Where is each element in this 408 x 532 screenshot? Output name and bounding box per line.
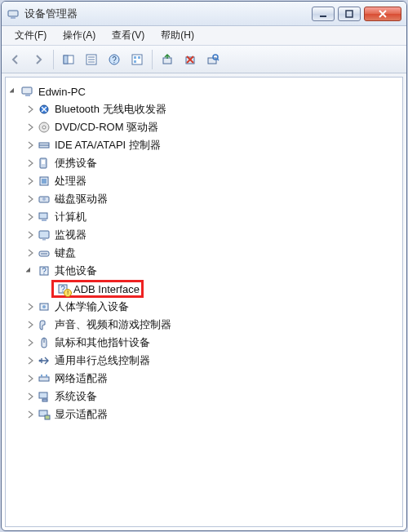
minimize-button[interactable]: [312, 7, 335, 21]
tree-category[interactable]: DVD/CD-ROM 驱动器: [25, 118, 399, 136]
expand-icon[interactable]: [25, 338, 35, 348]
options-button[interactable]: [126, 49, 148, 70]
menu-view[interactable]: 查看(V): [104, 26, 153, 45]
category-icon: [37, 103, 51, 116]
tree-item-label: ADB Interface: [73, 283, 140, 295]
category-icon: [37, 318, 51, 331]
tree-category[interactable]: 键盘: [25, 244, 399, 262]
tree-item-label: 通用串行总线控制器: [55, 353, 150, 368]
nav-back-button[interactable]: [5, 49, 26, 70]
expand-icon[interactable]: [25, 356, 35, 366]
svg-rect-22: [25, 95, 30, 96]
tree-item-label: 其他设备: [55, 264, 97, 278]
titlebar[interactable]: 设备管理器: [2, 2, 406, 26]
tree-category[interactable]: 声音、视频和游戏控制器: [25, 316, 399, 334]
uninstall-button[interactable]: [180, 49, 201, 70]
collapse-icon[interactable]: [9, 86, 19, 96]
svg-rect-2: [320, 16, 326, 17]
expand-icon[interactable]: [25, 176, 35, 186]
tree-category[interactable]: 网络适配器: [25, 370, 399, 388]
menu-action[interactable]: 操作(A): [55, 26, 104, 45]
svg-rect-34: [39, 213, 47, 219]
expand-icon[interactable]: [25, 104, 35, 114]
tree-category[interactable]: ? 其他设备: [25, 262, 399, 280]
tree-item-label: 网络适配器: [55, 371, 108, 386]
expand-icon[interactable]: [25, 248, 35, 258]
help-button[interactable]: ?: [104, 49, 125, 70]
tree-item-label: 处理器: [55, 174, 86, 188]
svg-rect-35: [42, 219, 47, 221]
properties-button[interactable]: [81, 49, 102, 70]
tree-category[interactable]: 显示适配器: [25, 406, 399, 423]
expand-icon[interactable]: [25, 212, 35, 222]
svg-point-47: [39, 360, 42, 362]
tree-category[interactable]: 人体学输入设备: [25, 298, 399, 316]
svg-rect-37: [42, 239, 46, 241]
menu-help[interactable]: 帮助(H): [153, 26, 202, 45]
tree-item-label: 键盘: [55, 246, 76, 260]
svg-point-45: [42, 305, 46, 308]
svg-rect-52: [42, 399, 47, 401]
expand-icon[interactable]: [25, 140, 35, 150]
expand-icon[interactable]: [25, 122, 35, 132]
tree-category[interactable]: 处理器: [25, 172, 399, 190]
expand-icon[interactable]: [25, 302, 35, 312]
toolbar-separator: [53, 50, 54, 69]
svg-point-33: [42, 197, 46, 201]
menubar: 文件(F) 操作(A) 查看(V) 帮助(H): [2, 26, 406, 46]
tree-category[interactable]: 鼠标和其他指针设备: [25, 334, 399, 352]
close-button[interactable]: [364, 7, 401, 21]
svg-rect-0: [8, 11, 18, 16]
category-icon: [37, 300, 51, 313]
category-icon: [37, 408, 51, 421]
expand-icon[interactable]: [25, 230, 35, 240]
expand-icon[interactable]: [25, 410, 35, 419]
tree-category[interactable]: 计算机: [25, 208, 399, 226]
show-hide-console-button[interactable]: [58, 49, 79, 70]
tree-item-label: 鼠标和其他指针设备: [55, 335, 150, 350]
svg-point-25: [42, 126, 46, 129]
category-icon: [37, 121, 51, 134]
collapse-icon[interactable]: [25, 266, 35, 276]
tree-category[interactable]: 监视器: [25, 226, 399, 244]
tree-item-label: 声音、视频和游戏控制器: [55, 317, 171, 332]
tree-category[interactable]: 通用串行总线控制器: [25, 352, 399, 370]
tree-root[interactable]: Edwin-PC: [9, 82, 399, 100]
menu-file[interactable]: 文件(F): [7, 26, 55, 45]
category-icon: [37, 372, 51, 385]
scan-hardware-button[interactable]: [202, 49, 224, 70]
tree-category[interactable]: Bluetooth 无线电收发器: [25, 100, 399, 118]
expand-icon[interactable]: [25, 320, 35, 330]
highlight-box: ?!ADB Interface: [51, 280, 144, 298]
svg-rect-16: [163, 58, 171, 64]
category-icon: [37, 211, 51, 224]
tree-category[interactable]: 磁盘驱动器: [25, 190, 399, 208]
tree-item-label: 磁盘驱动器: [55, 192, 108, 206]
tree-item-label: DVD/CD-ROM 驱动器: [55, 120, 158, 135]
svg-line-20: [217, 59, 219, 60]
category-icon: [37, 139, 51, 152]
toolbar-separator: [152, 50, 153, 69]
tree-category[interactable]: IDE ATA/ATAPI 控制器: [25, 136, 399, 154]
expand-icon[interactable]: [25, 392, 35, 401]
expand-icon[interactable]: [25, 374, 35, 383]
tree-category[interactable]: 系统设备: [25, 388, 399, 406]
expand-icon[interactable]: [25, 194, 35, 204]
svg-rect-29: [42, 160, 45, 164]
tree-item-label: 人体学输入设备: [55, 299, 129, 314]
svg-rect-48: [39, 377, 49, 381]
update-driver-button[interactable]: [157, 49, 178, 70]
category-icon: [37, 193, 51, 206]
expand-icon[interactable]: [25, 158, 35, 168]
tree-category[interactable]: 便携设备: [25, 154, 399, 172]
category-icon: [37, 228, 51, 242]
svg-rect-36: [39, 231, 49, 238]
tree-item-adb-interface[interactable]: ?!ADB Interface: [42, 280, 399, 298]
category-icon: ?: [37, 264, 51, 277]
tree-item-label: 监视器: [55, 228, 86, 242]
category-icon: [37, 175, 51, 188]
maximize-button[interactable]: [338, 7, 361, 21]
nav-forward-button[interactable]: [28, 49, 49, 70]
tree-item-label: 便携设备: [55, 156, 97, 171]
device-tree-pane[interactable]: Edwin-PC Bluetooth 无线电收发器 DVD/CD-ROM 驱动器…: [5, 77, 403, 527]
